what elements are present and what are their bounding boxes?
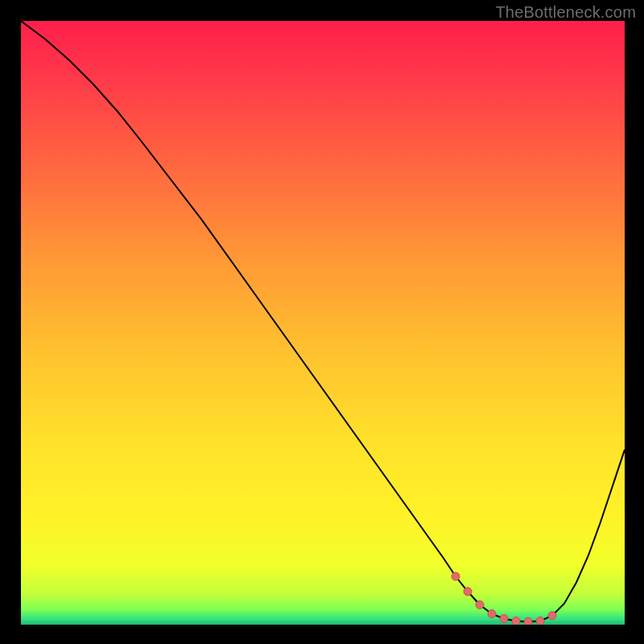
- watermark: TheBottleneck.com: [495, 3, 636, 22]
- highlight-dot: [452, 572, 460, 580]
- chart-frame: TheBottleneck.com: [0, 0, 644, 644]
- highlight-dot: [524, 617, 532, 625]
- highlight-dot: [536, 617, 544, 625]
- highlight-dot: [548, 612, 556, 620]
- plot-area: [21, 21, 625, 625]
- gradient-background: [21, 21, 625, 625]
- highlight-dot: [476, 601, 484, 609]
- highlight-dot: [488, 610, 496, 618]
- highlight-dot: [512, 617, 520, 625]
- highlight-dot: [500, 615, 508, 623]
- plot-svg: [21, 21, 625, 625]
- highlight-dot: [464, 588, 472, 596]
